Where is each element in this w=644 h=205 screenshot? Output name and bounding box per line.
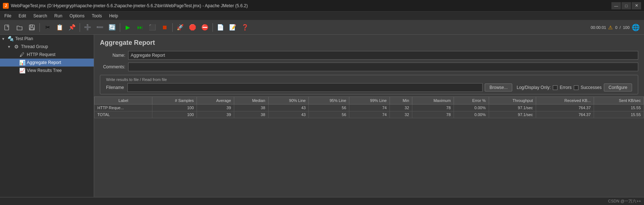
remove-button[interactable]: ➖ — [94, 22, 106, 33]
table-cell: 100 — [152, 104, 197, 111]
close-button[interactable]: ✕ — [632, 2, 641, 9]
chevron-test-plan: ▼ — [1, 37, 6, 41]
configure-button[interactable]: Configure — [604, 84, 632, 91]
col-99line: 99% Line — [349, 97, 390, 104]
sidebar-item-aggregate-report[interactable]: 📊 Aggregate Report — [0, 59, 94, 67]
toolbar-right: 00:00:01 ⚠ 0 / 100 🌐 — [591, 24, 643, 31]
reset-button[interactable]: 🔄 — [106, 22, 118, 33]
menu-bar: FileEditSearchRunOptionsToolsHelp — [0, 12, 644, 20]
separator-4 — [172, 23, 173, 32]
separator-1 — [39, 23, 40, 32]
col-90line: 90% Line — [268, 97, 309, 104]
table-cell: 100 — [152, 111, 197, 118]
filename-input[interactable] — [127, 83, 483, 92]
http-request-icon: 🖊 — [19, 52, 25, 57]
copy-button[interactable]: 📋 — [54, 22, 66, 33]
col-95line: 95% Line — [309, 97, 349, 104]
file-section: Write results to file / Read from file F… — [100, 75, 638, 94]
table-cell: 43 — [268, 111, 309, 118]
col-error-pct: Error % — [454, 97, 489, 104]
stop-button[interactable]: ⬛ — [147, 22, 158, 33]
help-button[interactable]: ❓ — [239, 22, 251, 33]
table-cell: 764.37 — [536, 104, 594, 111]
chevron-thread-group: ▼ — [7, 45, 12, 49]
comments-label: Comments: — [100, 64, 125, 69]
col-received-kb: Received KB... — [536, 97, 594, 104]
shutdown-button[interactable]: ⏹ — [159, 22, 171, 33]
log-button[interactable]: 📝 — [227, 22, 239, 33]
sidebar: ▼ 🔩 Test Plan ▼ ⚙ Thread Group 🖊 HTTP Re… — [0, 35, 94, 197]
table-cell: 97.1/sec — [489, 104, 536, 111]
content-panel: Aggregate Report Name: Comments: Write r… — [94, 35, 644, 197]
aggregate-report-icon: 📊 — [19, 60, 25, 65]
successes-checkbox[interactable] — [574, 85, 578, 90]
col-min: Min — [390, 97, 412, 104]
paste-button[interactable]: 📌 — [66, 22, 78, 33]
minimize-button[interactable]: — — [611, 2, 621, 9]
add-button[interactable]: ➕ — [82, 22, 93, 33]
progress-max: 100 — [623, 25, 630, 30]
status-bar: CSDN @一万六++ — [0, 197, 644, 205]
table-cell: 56 — [309, 111, 349, 118]
menu-item-edit[interactable]: Edit — [16, 13, 29, 19]
menu-item-run[interactable]: Run — [51, 13, 65, 19]
open-button[interactable] — [14, 22, 25, 33]
remote-start-button[interactable]: 🚀 — [174, 22, 186, 33]
globe-icon: 🌐 — [632, 24, 640, 31]
panel-title: Aggregate Report — [94, 35, 644, 50]
svg-rect-3 — [30, 28, 34, 30]
menu-item-options[interactable]: Options — [67, 13, 87, 19]
menu-item-search[interactable]: Search — [30, 13, 50, 19]
remote-stop-button[interactable]: 🛑 — [187, 22, 198, 33]
browse-button[interactable]: Browse... — [485, 84, 512, 91]
cut-button[interactable]: ✂ — [42, 22, 53, 33]
comments-input[interactable] — [128, 63, 638, 71]
sidebar-item-http-request[interactable]: 🖊 HTTP Request — [0, 51, 94, 59]
table-cell: 15.55 — [594, 111, 644, 118]
table-cell: 0.00% — [454, 104, 489, 111]
app-icon: J — [3, 3, 9, 9]
maximize-button[interactable]: □ — [622, 2, 631, 9]
warning-count: 0 — [615, 25, 617, 30]
table-cell: 764.37 — [536, 111, 594, 118]
templates-button[interactable]: 📄 — [215, 22, 226, 33]
start-button[interactable]: ▶ — [122, 22, 134, 33]
name-input[interactable] — [128, 51, 638, 60]
file-row: Filename Browse... Log/Display Only: Err… — [106, 83, 632, 92]
sidebar-item-view-results-tree[interactable]: 📈 View Results Tree — [0, 67, 94, 74]
start-no-pause-button[interactable]: ⏭ — [134, 22, 146, 33]
name-row: Name: — [94, 50, 644, 61]
new-button[interactable] — [1, 22, 13, 33]
sidebar-item-thread-group[interactable]: ▼ ⚙ Thread Group — [0, 43, 94, 51]
title-bar-controls: — □ ✕ — [611, 2, 641, 9]
test-plan-label: Test Plan — [15, 36, 33, 41]
menu-item-file[interactable]: File — [1, 13, 14, 19]
svg-rect-0 — [5, 25, 9, 30]
main-layout: ▼ 🔩 Test Plan ▼ ⚙ Thread Group 🖊 HTTP Re… — [0, 35, 644, 197]
table-cell: 0.00% — [454, 111, 489, 118]
toolbar: ✂ 📋 📌 ➕ ➖ 🔄 ▶ ⏭ ⬛ ⏹ 🚀 🛑 ⛔ 📄 📝 ❓ 00:00:01… — [0, 20, 644, 35]
view-results-tree-icon: 📈 — [19, 68, 25, 73]
remote-shutdown-button[interactable]: ⛔ — [199, 22, 211, 33]
table-cell: 56 — [309, 104, 349, 111]
menu-item-tools[interactable]: Tools — [89, 13, 105, 19]
table-cell: 39 — [197, 104, 234, 111]
table-row: TOTAL100393843567432780.00%97.1/sec764.3… — [94, 111, 644, 118]
table-cell: 97.1/sec — [489, 111, 536, 118]
separator-5 — [212, 23, 213, 32]
table-cell: 43 — [268, 104, 309, 111]
menu-item-help[interactable]: Help — [106, 13, 121, 19]
table-cell: 78 — [412, 111, 454, 118]
table-cell: 15.55 — [594, 104, 644, 111]
aggregate-report-label: Aggregate Report — [27, 60, 61, 65]
comments-row: Comments: — [94, 61, 644, 73]
errors-checkbox[interactable] — [553, 85, 557, 90]
successes-label: Successes — [581, 85, 602, 90]
table-cell: 38 — [234, 104, 268, 111]
sidebar-item-test-plan[interactable]: ▼ 🔩 Test Plan — [0, 35, 94, 43]
results-table: Label # Samples Average Median 90% Line … — [94, 97, 644, 118]
progress-separator: / — [620, 25, 621, 30]
errors-label: Errors — [560, 85, 572, 90]
save-button[interactable] — [26, 22, 38, 33]
svg-rect-2 — [30, 25, 33, 27]
